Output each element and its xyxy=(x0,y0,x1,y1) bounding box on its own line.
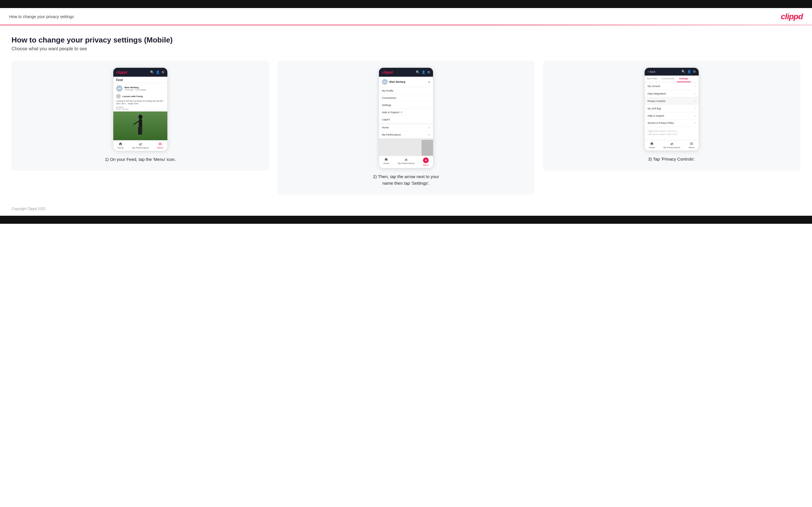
phone-1-icons: 🔍 👤 ⚙ xyxy=(150,70,164,74)
menu-section-performance-label: My Performance xyxy=(382,133,401,136)
chevron-up-icon: ∧ xyxy=(428,80,430,83)
step-3-caption: 3) Tap 'Privacy Controls'. xyxy=(648,156,696,163)
nav-home-3: Home xyxy=(649,142,655,149)
search-icon-3: 🔍 xyxy=(681,70,686,73)
menu-item-myprofile-label: My Profile xyxy=(382,89,393,92)
external-link-icon-1: ↗ xyxy=(694,115,696,117)
svg-rect-6 xyxy=(405,161,408,161)
nav-home-2: Home xyxy=(383,157,389,166)
menu-icon xyxy=(158,142,162,146)
phone-2-topbar: clippd 🔍 👤 ⚙ xyxy=(379,68,433,77)
feed-avatar: BM xyxy=(116,85,122,92)
menu-item-helpsupport-label: Help & Support ↗ xyxy=(382,111,403,114)
feed-lesson-text: Looking to feel like my hands are exitin… xyxy=(113,99,167,105)
menu-item-connections-label: Connections xyxy=(382,97,396,99)
main-content: How to change your privacy settings (Mob… xyxy=(0,25,812,200)
chevron-right-icon-3: › xyxy=(695,99,696,103)
settings-version: Clippd Client Version: 2022.8.3-3 GQL Se… xyxy=(645,127,699,137)
menu-user-left: BM Blair McHarg xyxy=(382,79,405,85)
header-title: How to change your privacy settings xyxy=(9,14,74,19)
nav-menu-label-2: Menu xyxy=(423,164,429,166)
phone-1-bottomnav: Home My Performance Menu xyxy=(113,140,167,151)
svg-rect-4 xyxy=(140,127,142,135)
nav-performance-2: My Performance xyxy=(398,157,415,166)
step-1-card: clippd 🔍 👤 ⚙ Feed BM Blair McHarg Yeste xyxy=(11,61,269,171)
menu-item-helpsupport[interactable]: Help & Support ↗ xyxy=(379,109,433,116)
settings-item-dataintegrations-label: Data Integrations xyxy=(648,92,666,95)
settings-icon: ⚙ xyxy=(162,70,164,74)
settings-item-mygolfbag-label: My Golf Bag xyxy=(648,107,661,110)
chevron-right-icon-4: › xyxy=(695,107,696,110)
nav-menu-3: Menu xyxy=(689,142,695,149)
tab-myprofile[interactable]: My Profile xyxy=(645,75,660,82)
settings-item-serviceprivacy-label: Service & Privacy Policy xyxy=(648,121,674,124)
settings-item-privacycontrols[interactable]: Privacy Controls › xyxy=(645,97,699,105)
step-1-caption: 1) On your Feed, tap the 'Menu' icon. xyxy=(105,156,176,163)
tab-connections[interactable]: Connections xyxy=(660,75,677,82)
settings-item-helpsupport-label: Help & Support xyxy=(648,114,664,117)
search-icon: 🔍 xyxy=(150,70,154,74)
settings-tabs: My Profile Connections Settings xyxy=(645,75,699,82)
settings-item-dataintegrations[interactable]: Data Integrations › xyxy=(645,90,699,97)
performance-icon-2 xyxy=(404,157,408,161)
feed-image xyxy=(113,111,167,140)
nav-performance-label-3: My Performance xyxy=(663,146,680,149)
svg-rect-3 xyxy=(138,127,140,135)
menu-user-row[interactable]: BM Blair McHarg ∧ xyxy=(379,77,433,87)
home-icon xyxy=(118,142,122,146)
menu-item-myprofile[interactable]: My Profile xyxy=(379,87,433,95)
settings-item-myaccount-label: My Account xyxy=(648,85,660,88)
header: How to change your privacy settings clip… xyxy=(0,8,812,21)
svg-rect-7 xyxy=(670,145,674,145)
settings-back-bar: < Back 🔍 👤 ⚙ xyxy=(645,68,699,75)
nav-performance-label-2: My Performance xyxy=(398,162,415,165)
step-2-card: clippd 🔍 👤 ⚙ BM Blair McHarg ∧ xyxy=(277,61,535,194)
menu-item-logout-label: Logout xyxy=(382,118,390,121)
nav-home-label-2: Home xyxy=(383,162,389,165)
phone-1-logo: clippd xyxy=(116,70,127,74)
golfer-silhouette xyxy=(133,114,148,140)
menu-item-settings[interactable]: Settings xyxy=(379,102,433,109)
settings-item-myaccount[interactable]: My Account › xyxy=(645,82,699,90)
phone-3-bottomnav: Home My Performance Menu xyxy=(645,140,699,151)
step-2-caption: 2) Then, tap the arrow next to your name… xyxy=(369,173,443,186)
tab-settings[interactable]: Settings xyxy=(677,75,691,82)
chevron-down-icon-2: ∨ xyxy=(428,133,430,136)
search-icon-2: 🔍 xyxy=(416,70,420,74)
home-icon-2 xyxy=(384,157,388,161)
close-icon: ✕ xyxy=(423,157,429,163)
phone-3-body: My Account › Data Integrations › Privacy… xyxy=(645,82,699,140)
nav-home-label-3: Home xyxy=(649,146,655,149)
phone-2-logo: clippd xyxy=(382,70,393,74)
nav-performance-3: My Performance xyxy=(663,142,680,149)
feed-user-info: Blair McHarg Yesterday · Sunningdale xyxy=(124,86,146,91)
menu-section-home[interactable]: Home ∨ xyxy=(379,124,433,131)
footer: Copyright Clippd 2022 xyxy=(0,200,812,216)
feed-lesson-title: Lesson with Fordy xyxy=(122,95,143,98)
settings-icon-2: ⚙ xyxy=(427,70,430,74)
feed-label: Feed xyxy=(113,77,167,83)
step-3-phone: < Back 🔍 👤 ⚙ My Profile Connections Sett… xyxy=(644,67,699,151)
top-bar xyxy=(0,0,812,8)
chevron-down-icon: ∨ xyxy=(428,126,430,129)
external-link-icon-2: ↗ xyxy=(694,122,696,124)
phone-1-body: Feed BM Blair McHarg Yesterday · Sunning… xyxy=(113,77,167,140)
menu-item-connections[interactable]: Connections xyxy=(379,95,433,102)
feed-lesson-header: Lesson with Fordy xyxy=(113,93,167,99)
settings-item-helpsupport[interactable]: Help & Support ↗ xyxy=(645,112,699,119)
phone-2-bottomnav: Home My Performance ✕ Menu xyxy=(379,156,433,168)
logo: clippd xyxy=(781,12,803,21)
feed-username: Blair McHarg xyxy=(124,86,146,89)
menu-item-logout[interactable]: Logout xyxy=(379,116,433,123)
settings-item-serviceprivacy[interactable]: Service & Privacy Policy ↗ xyxy=(645,119,699,127)
menu-section-performance[interactable]: My Performance ∨ xyxy=(379,131,433,138)
back-button[interactable]: < Back xyxy=(648,70,656,73)
profile-icon-2: 👤 xyxy=(421,70,425,74)
nav-home: Home xyxy=(117,142,123,149)
nav-menu-2: ✕ Menu xyxy=(423,157,429,166)
page-title: How to change your privacy settings (Mob… xyxy=(11,36,801,45)
version-client: Clippd Client Version: 2022.8.3-3 xyxy=(648,130,677,132)
settings-item-mygolfbag[interactable]: My Golf Bag › xyxy=(645,105,699,112)
step-2-phone: clippd 🔍 👤 ⚙ BM Blair McHarg ∧ xyxy=(379,67,433,168)
nav-performance-label: My Performance xyxy=(132,147,149,149)
